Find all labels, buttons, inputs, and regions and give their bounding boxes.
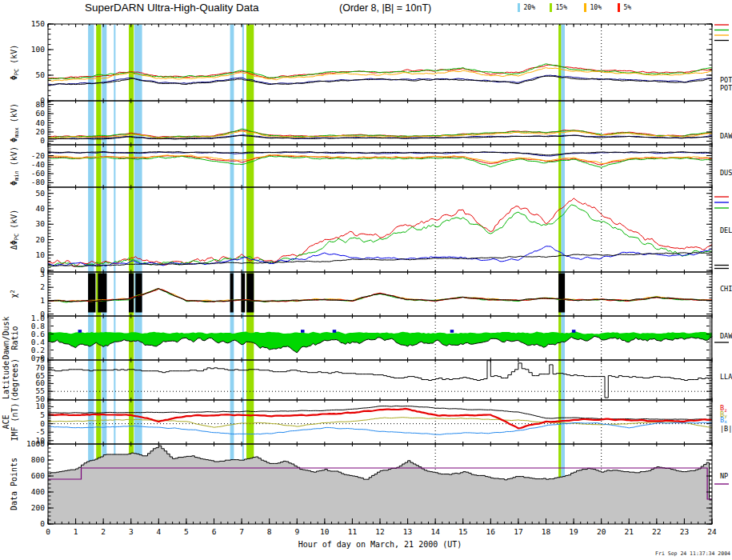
- svg-text:15: 15: [458, 527, 467, 536]
- svg-text:16: 16: [486, 527, 496, 536]
- svg-text:Φmin (kV): Φmin (kV): [10, 146, 20, 186]
- svg-text:13: 13: [403, 527, 412, 536]
- svg-text:70: 70: [36, 363, 46, 372]
- svg-text:|B|: |B|: [720, 425, 732, 433]
- svg-text:400: 400: [31, 487, 45, 496]
- svg-text:POT-: POT-: [720, 84, 732, 92]
- svg-text:Latitude: Latitude: [2, 361, 10, 399]
- svg-text:0.4: 0.4: [31, 338, 45, 346]
- svg-text:Ratio: Ratio: [10, 326, 19, 350]
- svg-text:-20: -20: [31, 151, 45, 160]
- svg-text:55: 55: [36, 386, 45, 395]
- svg-text:5: 5: [40, 410, 45, 419]
- svg-text:NP: NP: [720, 472, 728, 480]
- svg-text:24: 24: [707, 527, 717, 536]
- svg-text:Dawn/Dusk: Dawn/Dusk: [2, 316, 10, 359]
- svg-text:0: 0: [46, 527, 50, 536]
- svg-text:20: 20: [36, 127, 46, 136]
- svg-text:21: 21: [625, 527, 634, 536]
- svg-text:χ2: χ2: [10, 290, 18, 298]
- svg-text:14: 14: [430, 527, 440, 536]
- svg-text:12: 12: [375, 527, 384, 536]
- svg-text:20: 20: [36, 235, 46, 244]
- svg-text:-80: -80: [31, 178, 45, 186]
- svg-text:0: 0: [40, 519, 45, 528]
- svg-text:4: 4: [156, 527, 161, 536]
- svg-text:100: 100: [31, 45, 45, 54]
- svg-text:18: 18: [542, 527, 551, 536]
- svg-text:Hour of day on March, 21 2000: Hour of day on March, 21 2000 (UT): [298, 540, 462, 549]
- svg-text:0.8: 0.8: [31, 322, 45, 330]
- svg-text:0.2: 0.2: [31, 346, 45, 354]
- svg-text:IMF (nT): IMF (nT): [10, 402, 19, 441]
- render-timestamp: Fri Sep 24 11:37:34 2004: [655, 550, 730, 557]
- svg-text:LLAT: LLAT: [720, 373, 732, 381]
- svg-text:1: 1: [40, 296, 45, 305]
- svg-text:2: 2: [40, 282, 45, 291]
- svg-text:80: 80: [36, 100, 46, 109]
- svg-text:10: 10: [36, 402, 46, 410]
- svg-text:60: 60: [36, 378, 46, 387]
- svg-text:65: 65: [36, 371, 45, 380]
- svg-text:5: 5: [184, 527, 189, 536]
- plot-canvas: 050100150020406080-80-60-40-200102030405…: [0, 0, 732, 560]
- svg-text:19: 19: [569, 527, 578, 536]
- svg-text:0: 0: [40, 136, 45, 145]
- svg-text:(degrees): (degrees): [10, 358, 19, 402]
- svg-text:50: 50: [36, 70, 46, 79]
- svg-text:11: 11: [348, 527, 358, 536]
- svg-text:8: 8: [267, 527, 272, 536]
- svg-text:600: 600: [31, 471, 45, 480]
- svg-text:CHI: CHI: [720, 285, 732, 293]
- svg-text:2: 2: [101, 527, 106, 536]
- svg-text:20: 20: [597, 527, 606, 536]
- svg-text:DAWN: DAWN: [720, 332, 732, 340]
- svg-text:Φmax (kV): Φmax (kV): [10, 103, 20, 142]
- svg-text:-60: -60: [31, 169, 45, 178]
- plot-svg: 050100150020406080-80-60-40-200102030405…: [0, 0, 732, 560]
- svg-text:7: 7: [239, 527, 244, 536]
- svg-text:22: 22: [652, 527, 661, 536]
- svg-text:60: 60: [36, 109, 46, 118]
- svg-text:-40: -40: [31, 160, 45, 169]
- svg-text:17: 17: [514, 527, 522, 536]
- svg-text:1: 1: [74, 527, 78, 536]
- svg-text:DAWN: DAWN: [720, 132, 732, 140]
- svg-text:1000: 1000: [26, 439, 45, 448]
- svg-text:40: 40: [36, 118, 46, 127]
- svg-text:-5: -5: [36, 427, 45, 436]
- svg-text:50: 50: [36, 189, 46, 198]
- svg-text:Data Points: Data Points: [10, 458, 18, 510]
- svg-text:75: 75: [36, 355, 45, 364]
- svg-text:800: 800: [31, 455, 45, 464]
- svg-text:ΔΦPC (kV): ΔΦPC (kV): [10, 210, 20, 250]
- svg-text:DELPHI: DELPHI: [720, 226, 732, 234]
- svg-text:150: 150: [31, 19, 45, 28]
- svg-text:23: 23: [680, 527, 689, 536]
- svg-text:3: 3: [40, 270, 45, 278]
- svg-text:10: 10: [320, 527, 330, 536]
- svg-text:200: 200: [31, 503, 45, 512]
- svg-text:ΦPC (kV): ΦPC (kV): [10, 45, 20, 81]
- svg-text:40: 40: [36, 204, 46, 213]
- svg-text:0: 0: [40, 419, 45, 428]
- svg-text:POT+: POT+: [720, 76, 732, 84]
- svg-text:9: 9: [294, 527, 299, 536]
- superdarn-plot-window: SuperDARN Ultra-High-Quality Data (Order…: [0, 0, 732, 560]
- svg-text:ACE: ACE: [2, 414, 10, 429]
- svg-text:3: 3: [129, 527, 134, 536]
- svg-text:10: 10: [36, 250, 46, 259]
- svg-text:0.6: 0.6: [31, 330, 45, 338]
- svg-text:30: 30: [36, 219, 46, 228]
- svg-text:DUSK: DUSK: [720, 169, 732, 177]
- svg-text:6: 6: [212, 527, 217, 536]
- svg-text:1.0: 1.0: [31, 314, 45, 322]
